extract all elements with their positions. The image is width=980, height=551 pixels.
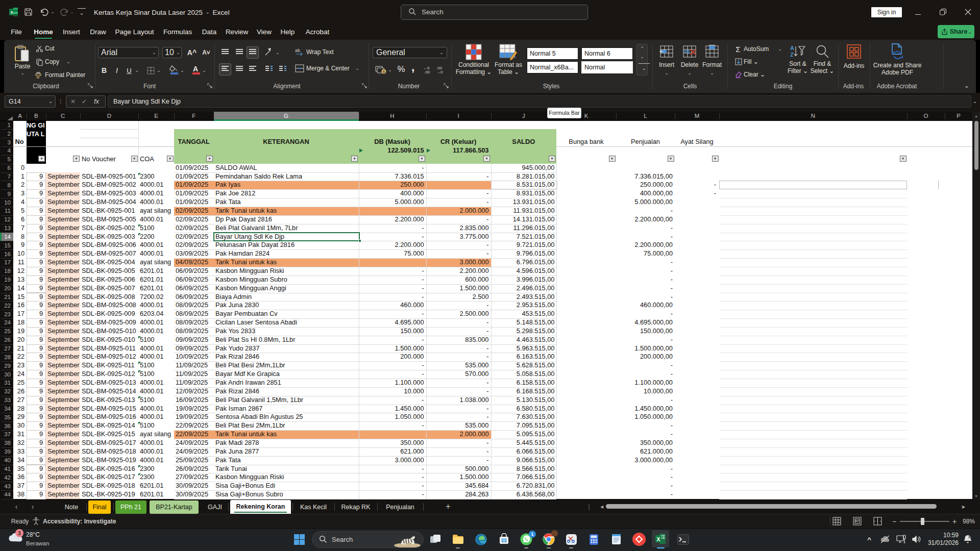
svg-text:X: X — [656, 536, 660, 542]
svg-text:$: $ — [383, 69, 385, 74]
svg-text:x: x — [10, 10, 13, 15]
svg-text:.00: .00 — [424, 70, 430, 74]
svg-text:Z: Z — [790, 52, 794, 58]
svg-text:A: A — [790, 45, 794, 51]
svg-text:z: z — [968, 535, 970, 539]
svg-text:ab: ab — [295, 48, 300, 53]
svg-text:→0: →0 — [436, 70, 443, 74]
